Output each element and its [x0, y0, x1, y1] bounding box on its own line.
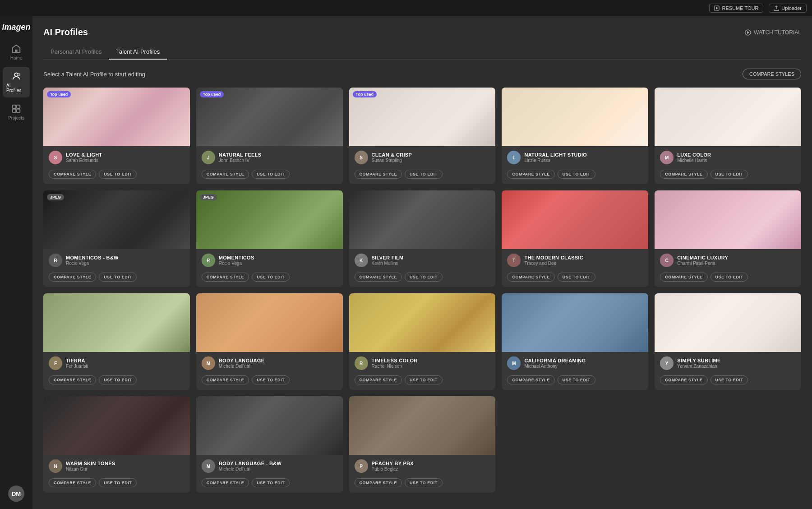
- card-author-name: Susan Stripling: [372, 158, 412, 163]
- sidebar-item-ai-profiles[interactable]: AI Profiles: [3, 67, 30, 97]
- use-to-edit-button[interactable]: USE TO EDIT: [710, 170, 748, 179]
- compare-style-button[interactable]: COMPARE STYLE: [660, 273, 707, 282]
- card-profile-name: LUXE COLOR: [677, 152, 711, 157]
- profile-card-love-light[interactable]: Top used S LOVE & LIGHT Sarah Edmunds CO…: [43, 88, 190, 184]
- use-to-edit-button[interactable]: USE TO EDIT: [710, 375, 748, 384]
- uploader-button[interactable]: Uploader: [769, 4, 807, 13]
- card-text: TIERRA Fer Juaristi: [66, 358, 88, 369]
- use-to-edit-button[interactable]: USE TO EDIT: [405, 170, 443, 179]
- card-author-name: Michele Dell'utri: [219, 364, 264, 369]
- page-header: AI Profiles WATCH TUTORIAL: [43, 27, 801, 37]
- profile-card-tierra[interactable]: F TIERRA Fer Juaristi COMPARE STYLE USE …: [43, 293, 190, 390]
- compare-style-button[interactable]: COMPARE STYLE: [202, 375, 249, 384]
- svg-marker-10: [747, 31, 749, 34]
- compare-style-button[interactable]: COMPARE STYLE: [507, 170, 554, 179]
- card-actions: COMPARE STYLE USE TO EDIT: [196, 269, 343, 287]
- resume-tour-button[interactable]: RESUME TOUR: [709, 4, 763, 13]
- use-to-edit-button[interactable]: USE TO EDIT: [99, 170, 137, 179]
- profile-card-timeless-color[interactable]: R TIMELESS COLOR Rachel Nielsen COMPARE …: [349, 293, 496, 390]
- use-to-edit-button[interactable]: USE TO EDIT: [99, 375, 137, 384]
- profile-card-momenticos[interactable]: JPEG R MOMENTICOS Rocio Vega COMPARE STY…: [196, 190, 343, 287]
- card-author-name: Charmi Patel-Pena: [677, 261, 728, 266]
- compare-style-button[interactable]: COMPARE STYLE: [660, 375, 707, 384]
- card-author-avatar: Y: [660, 356, 674, 370]
- use-to-edit-button[interactable]: USE TO EDIT: [99, 273, 137, 282]
- compare-style-button[interactable]: COMPARE STYLE: [202, 170, 249, 179]
- sidebar-item-projects[interactable]: Projects: [3, 99, 30, 125]
- use-to-edit-button[interactable]: USE TO EDIT: [405, 273, 443, 282]
- use-to-edit-button[interactable]: USE TO EDIT: [252, 273, 290, 282]
- use-to-edit-button[interactable]: USE TO EDIT: [252, 375, 290, 384]
- profile-card-california-dreaming[interactable]: M CALIFORNIA DREAMING Michael Anthony CO…: [502, 293, 648, 390]
- profile-card-cinematic-luxury[interactable]: C CINEMATIC LUXURY Charmi Patel-Pena COM…: [655, 190, 801, 287]
- use-to-edit-button[interactable]: USE TO EDIT: [558, 273, 595, 282]
- compare-style-button[interactable]: COMPARE STYLE: [355, 170, 402, 179]
- sidebar-ai-profiles-label: AI Profiles: [6, 83, 26, 93]
- profile-card-warm-skin-tones[interactable]: N WARM SKIN TONES Nitzan Gur COMPARE STY…: [43, 396, 190, 493]
- card-profile-name: LOVE & LIGHT: [66, 152, 102, 157]
- card-actions: COMPARE STYLE USE TO EDIT: [43, 372, 190, 390]
- profile-card-modern-classic[interactable]: T THE MODERN CLASSIC Tracey and Dee COMP…: [502, 190, 648, 287]
- use-to-edit-button[interactable]: USE TO EDIT: [99, 478, 137, 487]
- card-text: BODY LANGUAGE - B&W Michele Dell'utri: [219, 461, 281, 472]
- compare-style-button[interactable]: COMPARE STYLE: [507, 375, 554, 384]
- sidebar-item-home[interactable]: Home: [3, 39, 30, 65]
- profile-card-simply-sublime[interactable]: Y SIMPLY SUBLIME Yervant Zanazanian COMP…: [655, 293, 801, 390]
- card-author-name: Sarah Edmunds: [66, 158, 102, 163]
- profile-card-natural-light[interactable]: L NATURAL LIGHT STUDIO Linzie Russo COMP…: [502, 88, 648, 184]
- watch-tutorial-label: WATCH TUTORIAL: [754, 29, 801, 36]
- profile-card-body-language[interactable]: M BODY LANGUAGE Michele Dell'utri COMPAR…: [196, 293, 343, 390]
- compare-style-button[interactable]: COMPARE STYLE: [507, 273, 554, 282]
- compare-style-button[interactable]: COMPARE STYLE: [49, 273, 96, 282]
- card-text: CLEAN & CRISP Susan Stripling: [372, 152, 412, 163]
- use-to-edit-button[interactable]: USE TO EDIT: [405, 375, 443, 384]
- use-to-edit-button[interactable]: USE TO EDIT: [558, 170, 595, 179]
- use-to-edit-button[interactable]: USE TO EDIT: [710, 273, 748, 282]
- profile-card-momenticos-bw[interactable]: JPEG R MOMENTICOS - B&W Rocio Vega COMPA…: [43, 190, 190, 287]
- compare-style-button[interactable]: COMPARE STYLE: [660, 170, 707, 179]
- profile-card-peachy-pbx[interactable]: P PEACHY BY PBX Pablo Beglez COMPARE STY…: [349, 396, 496, 493]
- compare-style-button[interactable]: COMPARE STYLE: [49, 478, 96, 487]
- uploader-label: Uploader: [781, 5, 802, 11]
- card-text: NATURAL LIGHT STUDIO Linzie Russo: [524, 152, 587, 163]
- card-info: C CINEMATIC LUXURY Charmi Patel-Pena: [655, 249, 801, 269]
- compare-style-button[interactable]: COMPARE STYLE: [49, 375, 96, 384]
- tab-talent[interactable]: Talent AI Profiles: [109, 45, 167, 60]
- card-image: [196, 396, 343, 455]
- compare-style-button[interactable]: COMPARE STYLE: [202, 478, 249, 487]
- watch-tutorial-button[interactable]: WATCH TUTORIAL: [745, 29, 801, 36]
- use-to-edit-button[interactable]: USE TO EDIT: [405, 478, 443, 487]
- card-text: WARM SKIN TONES Nitzan Gur: [66, 461, 115, 472]
- card-info: M BODY LANGUAGE Michele Dell'utri: [196, 352, 343, 372]
- card-info: L NATURAL LIGHT STUDIO Linzie Russo: [502, 146, 648, 166]
- card-info: M LUXE COLOR Michelle Harris: [655, 146, 801, 166]
- compare-styles-button[interactable]: COMPARE STYLES: [743, 69, 801, 79]
- card-actions: COMPARE STYLE USE TO EDIT: [196, 372, 343, 390]
- card-info: M BODY LANGUAGE - B&W Michele Dell'utri: [196, 455, 343, 475]
- card-info: N WARM SKIN TONES Nitzan Gur: [43, 455, 190, 475]
- card-profile-name: MOMENTICOS: [219, 255, 254, 260]
- card-actions: COMPARE STYLE USE TO EDIT: [502, 269, 648, 287]
- profile-card-luxe-color[interactable]: M LUXE COLOR Michelle Harris COMPARE STY…: [655, 88, 801, 184]
- compare-style-button[interactable]: COMPARE STYLE: [355, 478, 402, 487]
- profile-card-body-language-bw[interactable]: M BODY LANGUAGE - B&W Michele Dell'utri …: [196, 396, 343, 493]
- user-avatar[interactable]: DM: [8, 486, 24, 502]
- compare-style-button[interactable]: COMPARE STYLE: [355, 375, 402, 384]
- compare-style-button[interactable]: COMPARE STYLE: [355, 273, 402, 282]
- profile-card-silver-film[interactable]: K SILVER FILM Kevin Mullins COMPARE STYL…: [349, 190, 496, 287]
- card-info: S CLEAN & CRISP Susan Stripling: [349, 146, 496, 166]
- profile-card-clean-crisp[interactable]: Top used S CLEAN & CRISP Susan Stripling…: [349, 88, 496, 184]
- use-to-edit-button[interactable]: USE TO EDIT: [558, 375, 595, 384]
- use-to-edit-button[interactable]: USE TO EDIT: [252, 478, 290, 487]
- top-bar: RESUME TOUR Uploader: [0, 0, 812, 16]
- use-to-edit-button[interactable]: USE TO EDIT: [252, 170, 290, 179]
- compare-style-button[interactable]: COMPARE STYLE: [202, 273, 249, 282]
- compare-style-button[interactable]: COMPARE STYLE: [49, 170, 96, 179]
- card-image: Top used: [43, 88, 190, 146]
- profile-card-natural-feels[interactable]: Top used J NATURAL FEELS John Branch IV …: [196, 88, 343, 184]
- card-author-name: Rocio Vega: [219, 261, 254, 266]
- svg-rect-6: [17, 105, 20, 108]
- tab-personal[interactable]: Personal AI Profiles: [43, 45, 109, 60]
- home-icon: [11, 44, 21, 54]
- card-author-avatar: M: [202, 459, 215, 473]
